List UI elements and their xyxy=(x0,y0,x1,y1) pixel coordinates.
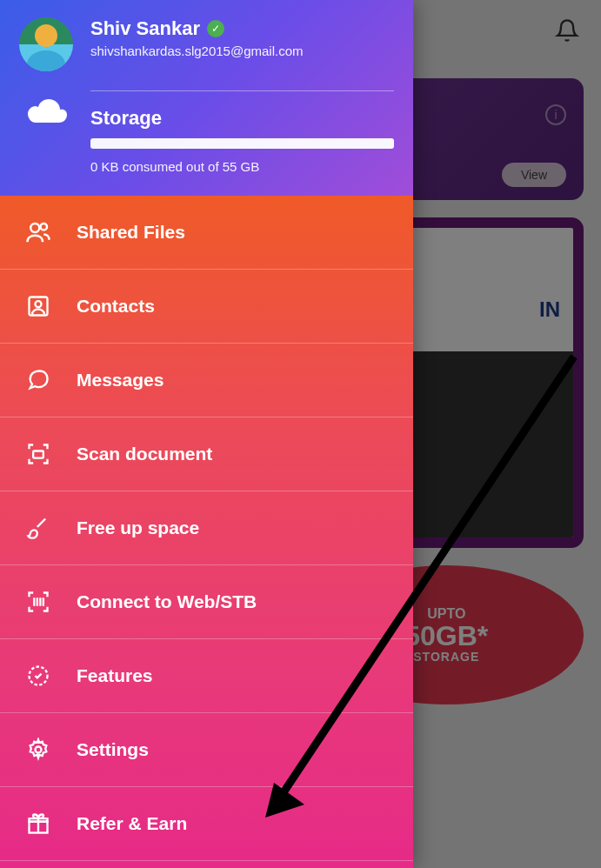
drawer-header: Shiv Sankar ✓ shivshankardas.slg2015@gma… xyxy=(0,0,413,196)
svg-point-6 xyxy=(36,747,42,753)
svg-rect-4 xyxy=(33,451,43,458)
user-name: Shiv Sankar xyxy=(90,17,200,40)
storage-progress-bar xyxy=(90,138,394,149)
menu-label: Features xyxy=(77,665,153,686)
message-icon xyxy=(24,366,52,394)
menu-label: Contacts xyxy=(77,296,155,317)
menu-label: Free up space xyxy=(77,517,199,538)
scan-icon xyxy=(24,440,52,468)
menu-label: Scan document xyxy=(77,444,212,464)
menu-item-scan-document[interactable]: Scan document xyxy=(0,417,413,491)
verified-icon: ✓ xyxy=(207,20,224,37)
menu-item-settings[interactable]: Settings xyxy=(0,713,413,787)
menu-label: Connect to Web/STB xyxy=(77,591,257,612)
barcode-icon xyxy=(24,588,52,616)
svg-point-3 xyxy=(36,301,42,307)
storage-usage-text: 0 KB consumed out of 55 GB xyxy=(90,159,394,174)
menu-label: Shared Files xyxy=(77,222,185,243)
menu-item-shared-files[interactable]: Shared Files xyxy=(0,196,413,270)
gift-icon xyxy=(24,810,52,838)
menu-item-features[interactable]: Features xyxy=(0,639,413,713)
drawer-menu: Shared Files Contacts Messages Scan docu… xyxy=(0,196,413,868)
svg-point-1 xyxy=(41,224,48,230)
users-icon xyxy=(24,218,52,246)
cloud-icon xyxy=(19,90,73,129)
navigation-drawer: Shiv Sankar ✓ shivshankardas.slg2015@gma… xyxy=(0,0,413,868)
gear-icon xyxy=(24,736,52,764)
menu-item-refer-earn[interactable]: Refer & Earn xyxy=(0,787,413,861)
brush-icon xyxy=(24,514,52,542)
menu-item-messages[interactable]: Messages xyxy=(0,344,413,417)
badge-icon xyxy=(24,662,52,690)
storage-title: Storage xyxy=(90,107,394,130)
svg-point-0 xyxy=(30,224,39,232)
avatar[interactable] xyxy=(19,17,73,71)
user-email: shivshankardas.slg2015@gmail.com xyxy=(90,43,394,58)
menu-item-connect-web-stb[interactable]: Connect to Web/STB xyxy=(0,565,413,639)
contact-icon xyxy=(24,292,52,320)
menu-label: Settings xyxy=(77,739,149,760)
menu-label: Messages xyxy=(77,370,164,391)
menu-label: Refer & Earn xyxy=(77,813,187,834)
menu-item-contacts[interactable]: Contacts xyxy=(0,270,413,344)
menu-item-free-up-space[interactable]: Free up space xyxy=(0,491,413,565)
